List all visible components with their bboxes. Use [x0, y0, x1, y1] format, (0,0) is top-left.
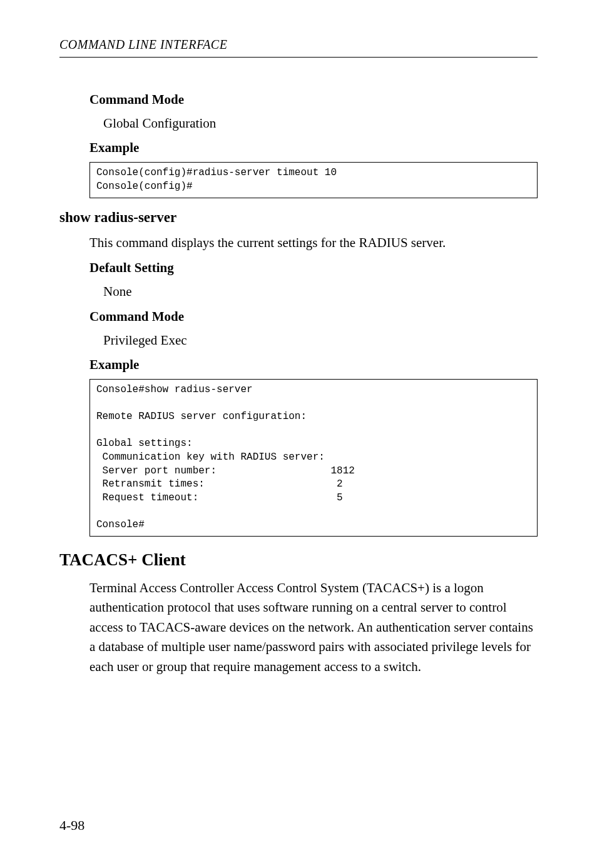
command-mode-body-2: Privileged Exec: [103, 331, 538, 350]
example-heading-1: Example: [89, 140, 538, 156]
code-block-2: Console#show radius-server Remote RADIUS…: [89, 379, 538, 537]
command-mode-heading-1: Command Mode: [89, 92, 538, 108]
default-setting-heading: Default Setting: [89, 260, 538, 276]
example-heading-2: Example: [89, 357, 538, 373]
tacacs-client-body: Terminal Access Controller Access Contro…: [89, 578, 538, 677]
page-header: COMMAND LINE INTERFACE: [59, 38, 538, 52]
page-number: 4-98: [59, 817, 84, 834]
header-rule: [59, 57, 538, 58]
command-mode-heading-2: Command Mode: [89, 309, 538, 325]
code-block-1: Console(config)#radius-server timeout 10…: [89, 162, 538, 198]
tacacs-client-heading: TACACS+ Client: [59, 550, 538, 570]
show-radius-server-body: This command displays the current settin…: [89, 233, 538, 253]
command-mode-body-1: Global Configuration: [103, 114, 538, 133]
show-radius-server-heading: show radius-server: [59, 209, 538, 226]
default-setting-body: None: [103, 282, 538, 301]
